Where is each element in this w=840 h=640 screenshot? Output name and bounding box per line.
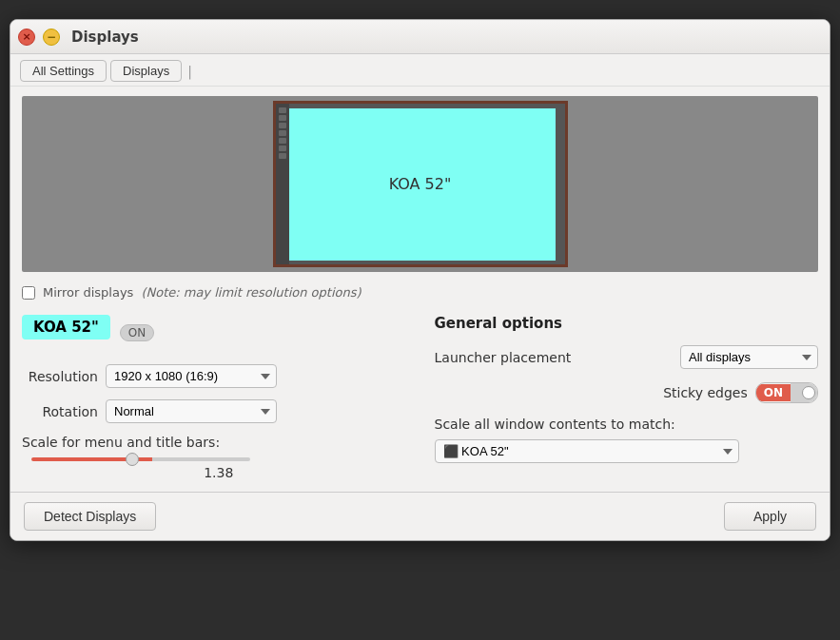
mirror-row: Mirror displays (Note: may limit resolut… (10, 281, 830, 307)
slider-row (22, 457, 406, 461)
rotation-row: Rotation Normal Left Right Upside Down (22, 399, 406, 423)
mirror-note: (Note: may limit resolution options) (141, 285, 361, 300)
sticky-thumb (802, 386, 815, 399)
resolution-select[interactable]: 1920 x 1080 (16:9) 1280 x 720 (16:9) 102… (106, 364, 277, 388)
all-settings-button[interactable]: All Settings (20, 60, 107, 82)
mirror-label: Mirror displays (43, 285, 133, 300)
titlebar: × − Displays (10, 20, 830, 54)
bar-dot (279, 115, 286, 121)
sticky-track (791, 383, 817, 402)
monitor-name-label: KOA 52" (389, 175, 452, 193)
bar-dot (279, 123, 286, 128)
launcher-select[interactable]: All displays Primary display (680, 345, 818, 369)
scale-match-row: ⬛ KOA 52" (435, 439, 819, 463)
bar-dot (279, 153, 286, 159)
displays-button[interactable]: Displays (110, 60, 182, 82)
close-button[interactable]: × (18, 29, 35, 46)
displays-window: × − Displays All Settings Displays | KOA… (10, 19, 830, 541)
footer-bar: Detect Displays Apply (10, 492, 830, 540)
on-toggle-button[interactable]: ON (120, 324, 154, 341)
display-tag: KOA 52" (22, 315, 110, 339)
bar-dot (279, 145, 286, 151)
bar-dot (279, 138, 286, 144)
resolution-row: Resolution 1920 x 1080 (16:9) 1280 x 720… (22, 364, 406, 388)
scale-match-label: Scale all window contents to match: (435, 417, 819, 432)
scale-value: 1.38 (22, 465, 406, 480)
rotation-label: Rotation (22, 404, 98, 419)
scale-section: Scale for menu and title bars: 1.38 (22, 435, 406, 480)
scale-slider[interactable] (31, 457, 250, 461)
display-canvas: KOA 52" (22, 96, 818, 272)
scale-label: Scale for menu and title bars: (22, 435, 406, 450)
bar-dot (279, 130, 286, 136)
detect-displays-button[interactable]: Detect Displays (24, 502, 156, 531)
breadcrumb-bar: All Settings Displays | (10, 54, 830, 87)
window-title: Displays (71, 29, 139, 46)
monitor-screen: KOA 52" (284, 108, 556, 261)
right-panel: General options Launcher placement All d… (435, 315, 819, 480)
scale-match-section: Scale all window contents to match: ⬛ KO… (435, 417, 819, 463)
scale-match-select[interactable]: ⬛ KOA 52" (435, 439, 739, 463)
sticky-toggle[interactable]: ON (755, 382, 818, 403)
sticky-label: Sticky edges (663, 385, 748, 400)
resolution-label: Resolution (22, 369, 98, 384)
launcher-label: Launcher placement (435, 350, 674, 365)
apply-button[interactable]: Apply (724, 502, 816, 531)
sticky-row: Sticky edges ON (435, 382, 819, 403)
breadcrumb-separator: | (187, 64, 192, 79)
left-panel: KOA 52" ON Resolution 1920 x 1080 (16:9)… (22, 315, 406, 480)
rotation-select[interactable]: Normal Left Right Upside Down (106, 399, 277, 423)
mirror-checkbox[interactable] (22, 286, 35, 300)
launcher-row: Launcher placement All displays Primary … (435, 345, 819, 369)
monitor-outer: KOA 52" (273, 101, 568, 267)
minimize-button[interactable]: − (43, 29, 60, 46)
display-tag-label: KOA 52" (33, 319, 99, 336)
sticky-on-label: ON (756, 384, 791, 401)
settings-area: KOA 52" ON Resolution 1920 x 1080 (16:9)… (10, 307, 830, 492)
general-options-title: General options (435, 315, 819, 332)
bar-dot (279, 107, 286, 113)
monitor-left-bar (276, 104, 289, 264)
